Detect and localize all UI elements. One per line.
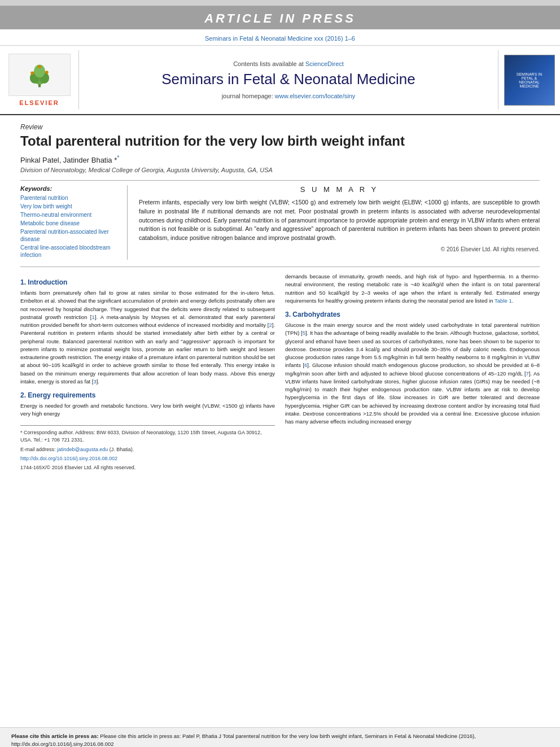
ref-1[interactable]: 1 — [92, 314, 95, 320]
intro-heading: 1. Introduction — [20, 278, 275, 286]
page: ARTICLE IN PRESS Seminars in Fetal & Neo… — [0, 6, 560, 747]
journal-cover-text: SEMINARS IN FETAL & NEONATAL MEDICINE — [515, 71, 544, 89]
elsevier-logo-box — [8, 54, 71, 96]
keyword-6: Central line-associated bloodstream infe… — [20, 244, 119, 259]
svg-point-6 — [45, 71, 49, 74]
journal-header-left: ELSEVIER — [0, 50, 79, 110]
elsevier-label: ELSEVIER — [19, 99, 59, 106]
citation-bar-text: Please cite this article in press as: Pl… — [11, 732, 549, 748]
footnote-corresponding: * Corresponding author. Address: BIW 603… — [20, 429, 275, 444]
doi-line: http://dx.doi.org/10.1016/j.siny.2016.08… — [20, 455, 275, 463]
journal-cover-image: SEMINARS IN FETAL & NEONATAL MEDICINE — [504, 55, 555, 106]
energy-heading: 2. Energy requirements — [20, 391, 275, 399]
journal-header: ELSEVIER Contents lists available at Sci… — [0, 46, 560, 115]
ref-7[interactable]: 7 — [526, 370, 529, 377]
keywords-column: Keywords: Parenteral nutrition Very low … — [20, 185, 128, 260]
science-direct-link[interactable]: ScienceDirect — [305, 60, 344, 67]
main-left-col: 1. Introduction Infants born prematurely… — [20, 273, 275, 470]
ref-3[interactable]: 3 — [93, 378, 96, 385]
copyright-line: © 2016 Elsevier Ltd. All rights reserved… — [139, 246, 540, 252]
carbs-text: Glucose is the main energy source and th… — [285, 321, 540, 426]
article-type: Review — [20, 123, 540, 131]
keyword-4: Metabolic bone disease — [20, 220, 119, 227]
science-direct-line: Contents lists available at ScienceDirec… — [233, 60, 344, 67]
article-affiliation: Division of Neonatology, Medical College… — [20, 167, 540, 173]
ref-2[interactable]: 2 — [269, 322, 272, 328]
issn-text: 1744-165X/© 2016 Elsevier Ltd. All right… — [20, 465, 275, 470]
article-body: Review Total parenteral nutrition for th… — [0, 115, 560, 722]
keyword-5: Parenteral nutrition-associated liver di… — [20, 228, 119, 243]
footnote-email: E-mail address: jatindeb@augusta.edu (J.… — [20, 446, 275, 454]
journal-title: Seminars in Fetal & Neonatal Medicine — [161, 71, 415, 88]
journal-header-center: Contents lists available at ScienceDirec… — [79, 50, 498, 110]
article-in-press-banner: ARTICLE IN PRESS — [0, 6, 560, 29]
journal-homepage-link[interactable]: www.elsevier.com/locate/siny — [275, 93, 355, 99]
journal-ref-bar: Seminars in Fetal & Neonatal Medicine xx… — [0, 29, 560, 46]
ref-5[interactable]: 5 — [303, 330, 305, 336]
svg-point-7 — [38, 65, 41, 68]
journal-header-right: SEMINARS IN FETAL & NEONATAL MEDICINE — [498, 50, 560, 110]
ref-6[interactable]: 6 — [304, 362, 307, 368]
footnote-section: * Corresponding author. Address: BIW 603… — [20, 425, 275, 470]
journal-ref-text: Seminars in Fetal & Neonatal Medicine xx… — [205, 35, 355, 42]
main-content: 1. Introduction Infants born prematurely… — [20, 273, 540, 470]
intro-text: Infants born prematurely often fail to g… — [20, 289, 275, 386]
energy-right-text: demands because of immaturity, growth ne… — [285, 273, 540, 305]
summary-column: S U M M A R Y Preterm infants, especiall… — [139, 185, 540, 260]
article-authors: Pinkal Patel, Jatinder Bhatia ** — [20, 154, 540, 164]
author-asterisk: * — [117, 154, 119, 161]
keyword-3: Thermo-neutral environment — [20, 211, 119, 219]
summary-text: Preterm infants, especially very low bir… — [139, 198, 540, 243]
footnote-email-link[interactable]: jatindeb@augusta.edu — [57, 447, 108, 452]
separator-line — [20, 180, 540, 181]
keyword-2: Very low birth weight — [20, 203, 119, 210]
article-title: Total parenteral nutrition for the very … — [20, 133, 540, 150]
keywords-title: Keywords: — [20, 185, 119, 192]
doi-link[interactable]: http://dx.doi.org/10.1016/j.siny.2016.08… — [20, 456, 117, 461]
article-in-press-text: ARTICLE IN PRESS — [204, 11, 356, 25]
separator-line-2 — [20, 267, 540, 267]
keyword-1: Parenteral nutrition — [20, 194, 119, 202]
keywords-summary-section: Keywords: Parenteral nutrition Very low … — [20, 185, 540, 260]
main-right-col: demands because of immaturity, growth ne… — [285, 273, 540, 470]
elsevier-tree-icon — [23, 61, 56, 89]
summary-heading: S U M M A R Y — [139, 185, 540, 194]
table-1-ref[interactable]: Table 1 — [495, 298, 512, 304]
carbs-heading: 3. Carbohydrates — [285, 311, 540, 318]
citation-bar: Please cite this article in press as: Pl… — [0, 727, 560, 748]
energy-text: Energy is needed for growth and metaboli… — [20, 402, 275, 418]
journal-homepage-line: journal homepage: www.elsevier.com/locat… — [222, 93, 356, 99]
svg-point-5 — [30, 71, 34, 75]
